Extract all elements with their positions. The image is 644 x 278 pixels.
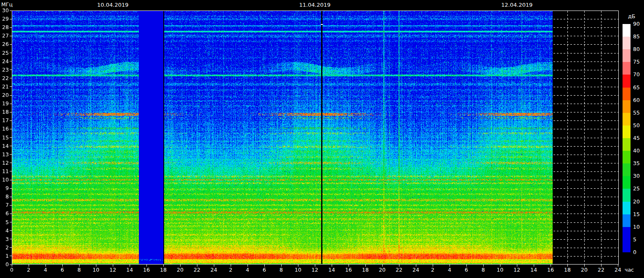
- date-label-day2: 11.04.2019: [290, 2, 340, 8]
- colorbar-tick-label: 25: [633, 186, 640, 192]
- colorbar-tick-label: 75: [633, 59, 640, 65]
- y-tick-label: 17: [0, 118, 9, 123]
- y-tick-label: 27: [0, 33, 9, 39]
- y-tick-label: 14: [0, 143, 9, 149]
- x-tick-label: 24: [409, 267, 423, 273]
- x-tick-label: 12: [106, 267, 120, 273]
- y-tick: [10, 180, 12, 180]
- y-tick-label: 25: [0, 50, 9, 56]
- colorbar-segment: [623, 151, 631, 164]
- colorbar-segment: [623, 100, 631, 113]
- y-tick-label: 29: [0, 16, 9, 22]
- date-label-day1: 10.04.2019: [88, 2, 138, 8]
- x-tick-label: 16: [341, 267, 356, 273]
- colorbar-segment: [623, 126, 631, 139]
- colorbar-unit-label: дБ: [628, 13, 635, 19]
- y-tick: [10, 247, 12, 248]
- x-tick-label: 12: [510, 267, 524, 273]
- y-tick-label: 22: [0, 75, 9, 81]
- colorbar-segment: [623, 163, 631, 176]
- x-tick-label: 18: [358, 267, 373, 273]
- colorbar-tick-label: 20: [633, 199, 640, 205]
- y-tick: [10, 70, 12, 70]
- y-tick: [10, 11, 12, 11]
- x-tick-label: 4: [442, 267, 457, 273]
- x-tick-label: 8: [72, 267, 86, 273]
- x-tick-label: 8: [274, 267, 288, 273]
- x-tick-label: 14: [122, 267, 137, 273]
- colorbar-tick-label: 30: [633, 173, 640, 179]
- y-tick: [10, 61, 12, 61]
- colorbar-segment: [623, 37, 631, 50]
- date-label-day3: 12.04.2019: [492, 2, 542, 8]
- colorbar-tick-label: 90: [633, 21, 640, 27]
- x-tick-label: 0: [5, 267, 19, 273]
- y-tick: [10, 36, 12, 36]
- y-tick: [10, 222, 12, 222]
- colorbar-segment: [623, 189, 631, 202]
- colorbar-tick-label: 40: [633, 148, 640, 154]
- y-tick-label: 12: [0, 160, 9, 166]
- colorbar-tick-label: 15: [633, 211, 640, 217]
- y-tick-label: 4: [0, 228, 9, 234]
- y-tick-label: 18: [0, 109, 9, 115]
- y-tick-label: 26: [0, 41, 9, 47]
- colorbar-segment: [623, 214, 631, 227]
- y-tick-label: 2: [0, 245, 9, 251]
- colorbar-segment: [623, 113, 631, 126]
- x-tick-label: 24: [611, 267, 625, 273]
- y-tick: [10, 78, 12, 78]
- y-tick: [10, 197, 12, 197]
- colorbar-tick-label: 65: [633, 85, 640, 91]
- y-tick: [10, 137, 12, 138]
- y-tick: [10, 19, 12, 19]
- colorbar-segment: [623, 88, 631, 101]
- y-tick-label: 15: [0, 135, 9, 141]
- x-tick-label: 14: [325, 267, 339, 273]
- spectrum-monitor-screen: МГц 10.04.2019 11.04.2019 12.04.2019 302…: [0, 0, 644, 278]
- y-tick: [10, 171, 12, 171]
- y-tick-label: 1: [0, 253, 9, 259]
- x-tick-label: 18: [560, 267, 575, 273]
- y-tick-label: 21: [0, 84, 9, 90]
- y-tick: [10, 112, 12, 112]
- x-tick-label: 14: [527, 267, 541, 273]
- y-tick: [10, 120, 12, 121]
- colorbar-tick-label: 50: [633, 123, 640, 128]
- x-tick-label: 20: [375, 267, 389, 273]
- x-tick-label: 6: [459, 267, 474, 273]
- y-tick-label: 24: [0, 59, 9, 64]
- x-tick-label: 20: [577, 267, 591, 273]
- y-tick-label: 28: [0, 24, 9, 30]
- colorbar-tick-label: 85: [633, 34, 640, 40]
- colorbar-tick-label: 0: [633, 249, 636, 255]
- x-tick-label: 10: [493, 267, 507, 273]
- colorbar-segment: [623, 62, 631, 75]
- y-tick-label: 19: [0, 101, 9, 107]
- x-tick-label: 22: [190, 267, 204, 273]
- x-tick-label: 2: [224, 267, 238, 273]
- y-tick-label: 20: [0, 92, 9, 98]
- y-tick-label: 10: [0, 177, 9, 183]
- y-tick: [10, 86, 12, 87]
- x-tick-label: 10: [89, 267, 103, 273]
- x-tick-label: 2: [21, 267, 36, 273]
- spectrogram-canvas: [12, 11, 619, 265]
- y-tick-label: 7: [0, 202, 9, 208]
- colorbar-tick-label: 80: [633, 46, 640, 52]
- y-tick: [10, 53, 12, 53]
- colorbar-segment: [623, 176, 631, 189]
- y-tick: [10, 95, 12, 96]
- y-tick-label: 16: [0, 126, 9, 132]
- y-tick-label: 8: [0, 194, 9, 200]
- y-tick-label: 11: [0, 168, 9, 174]
- x-tick-label: 4: [240, 267, 255, 273]
- y-tick-label: 3: [0, 236, 9, 242]
- y-tick-label: 30: [0, 8, 9, 13]
- colorbar-segment: [623, 49, 631, 62]
- y-tick: [10, 256, 12, 256]
- y-tick-label: 13: [0, 152, 9, 158]
- y-tick: [10, 104, 12, 104]
- y-tick: [10, 129, 12, 129]
- colorbar-segment: [623, 240, 631, 253]
